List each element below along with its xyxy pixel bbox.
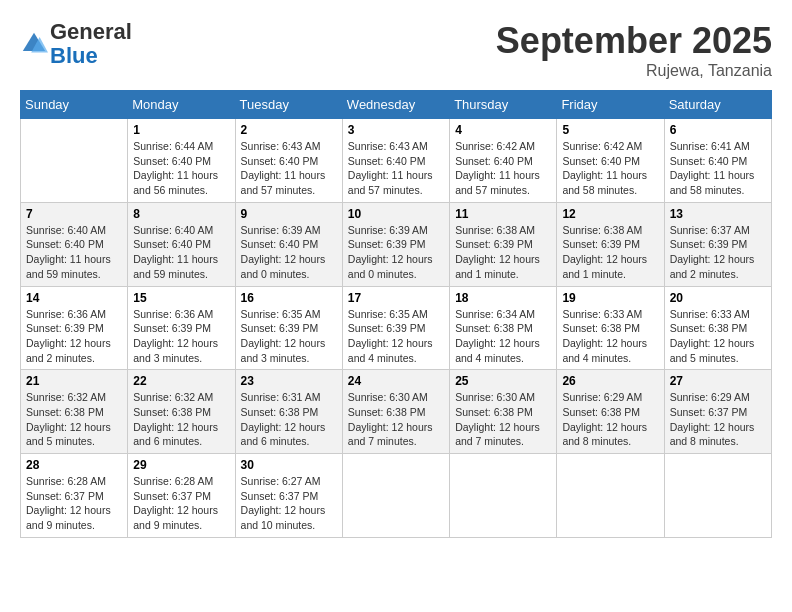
day-number: 17: [348, 291, 444, 305]
logo-general: General: [50, 19, 132, 44]
day-number: 27: [670, 374, 766, 388]
day-number: 2: [241, 123, 337, 137]
calendar-week-2: 7Sunrise: 6:40 AM Sunset: 6:40 PM Daylig…: [21, 202, 772, 286]
day-number: 25: [455, 374, 551, 388]
header-day-wednesday: Wednesday: [342, 91, 449, 119]
day-number: 15: [133, 291, 229, 305]
day-info: Sunrise: 6:44 AM Sunset: 6:40 PM Dayligh…: [133, 139, 229, 198]
day-info: Sunrise: 6:31 AM Sunset: 6:38 PM Dayligh…: [241, 390, 337, 449]
calendar-cell: 11Sunrise: 6:38 AM Sunset: 6:39 PM Dayli…: [450, 202, 557, 286]
day-number: 3: [348, 123, 444, 137]
calendar-cell: [21, 119, 128, 203]
day-info: Sunrise: 6:39 AM Sunset: 6:39 PM Dayligh…: [348, 223, 444, 282]
day-info: Sunrise: 6:33 AM Sunset: 6:38 PM Dayligh…: [670, 307, 766, 366]
day-info: Sunrise: 6:32 AM Sunset: 6:38 PM Dayligh…: [26, 390, 122, 449]
calendar-cell: 19Sunrise: 6:33 AM Sunset: 6:38 PM Dayli…: [557, 286, 664, 370]
logo-blue: Blue: [50, 43, 98, 68]
day-number: 19: [562, 291, 658, 305]
calendar-cell: 20Sunrise: 6:33 AM Sunset: 6:38 PM Dayli…: [664, 286, 771, 370]
day-info: Sunrise: 6:39 AM Sunset: 6:40 PM Dayligh…: [241, 223, 337, 282]
day-number: 21: [26, 374, 122, 388]
location: Rujewa, Tanzania: [496, 62, 772, 80]
logo-icon: [20, 30, 48, 58]
day-number: 13: [670, 207, 766, 221]
day-number: 14: [26, 291, 122, 305]
day-number: 4: [455, 123, 551, 137]
calendar-cell: 15Sunrise: 6:36 AM Sunset: 6:39 PM Dayli…: [128, 286, 235, 370]
day-info: Sunrise: 6:43 AM Sunset: 6:40 PM Dayligh…: [348, 139, 444, 198]
day-number: 30: [241, 458, 337, 472]
day-info: Sunrise: 6:32 AM Sunset: 6:38 PM Dayligh…: [133, 390, 229, 449]
calendar-cell: 24Sunrise: 6:30 AM Sunset: 6:38 PM Dayli…: [342, 370, 449, 454]
day-info: Sunrise: 6:30 AM Sunset: 6:38 PM Dayligh…: [348, 390, 444, 449]
day-info: Sunrise: 6:35 AM Sunset: 6:39 PM Dayligh…: [348, 307, 444, 366]
day-number: 8: [133, 207, 229, 221]
calendar-cell: [664, 454, 771, 538]
day-number: 20: [670, 291, 766, 305]
calendar-cell: 10Sunrise: 6:39 AM Sunset: 6:39 PM Dayli…: [342, 202, 449, 286]
day-number: 12: [562, 207, 658, 221]
day-number: 10: [348, 207, 444, 221]
day-number: 24: [348, 374, 444, 388]
day-number: 28: [26, 458, 122, 472]
calendar-cell: 26Sunrise: 6:29 AM Sunset: 6:38 PM Dayli…: [557, 370, 664, 454]
calendar-week-4: 21Sunrise: 6:32 AM Sunset: 6:38 PM Dayli…: [21, 370, 772, 454]
calendar-cell: 1Sunrise: 6:44 AM Sunset: 6:40 PM Daylig…: [128, 119, 235, 203]
day-number: 26: [562, 374, 658, 388]
calendar-cell: 16Sunrise: 6:35 AM Sunset: 6:39 PM Dayli…: [235, 286, 342, 370]
day-info: Sunrise: 6:27 AM Sunset: 6:37 PM Dayligh…: [241, 474, 337, 533]
day-info: Sunrise: 6:29 AM Sunset: 6:37 PM Dayligh…: [670, 390, 766, 449]
header-row: SundayMondayTuesdayWednesdayThursdayFrid…: [21, 91, 772, 119]
day-number: 6: [670, 123, 766, 137]
day-info: Sunrise: 6:33 AM Sunset: 6:38 PM Dayligh…: [562, 307, 658, 366]
day-number: 5: [562, 123, 658, 137]
logo: General Blue: [20, 20, 132, 68]
calendar-week-5: 28Sunrise: 6:28 AM Sunset: 6:37 PM Dayli…: [21, 454, 772, 538]
day-info: Sunrise: 6:38 AM Sunset: 6:39 PM Dayligh…: [562, 223, 658, 282]
calendar-cell: 9Sunrise: 6:39 AM Sunset: 6:40 PM Daylig…: [235, 202, 342, 286]
calendar-cell: 6Sunrise: 6:41 AM Sunset: 6:40 PM Daylig…: [664, 119, 771, 203]
title-block: September 2025 Rujewa, Tanzania: [496, 20, 772, 80]
day-info: Sunrise: 6:35 AM Sunset: 6:39 PM Dayligh…: [241, 307, 337, 366]
calendar-cell: 2Sunrise: 6:43 AM Sunset: 6:40 PM Daylig…: [235, 119, 342, 203]
calendar-cell: 17Sunrise: 6:35 AM Sunset: 6:39 PM Dayli…: [342, 286, 449, 370]
calendar-cell: 5Sunrise: 6:42 AM Sunset: 6:40 PM Daylig…: [557, 119, 664, 203]
day-info: Sunrise: 6:28 AM Sunset: 6:37 PM Dayligh…: [26, 474, 122, 533]
calendar-header: SundayMondayTuesdayWednesdayThursdayFrid…: [21, 91, 772, 119]
calendar-cell: 25Sunrise: 6:30 AM Sunset: 6:38 PM Dayli…: [450, 370, 557, 454]
calendar-cell: 13Sunrise: 6:37 AM Sunset: 6:39 PM Dayli…: [664, 202, 771, 286]
day-number: 11: [455, 207, 551, 221]
day-number: 23: [241, 374, 337, 388]
calendar-cell: 18Sunrise: 6:34 AM Sunset: 6:38 PM Dayli…: [450, 286, 557, 370]
day-number: 16: [241, 291, 337, 305]
calendar-cell: 28Sunrise: 6:28 AM Sunset: 6:37 PM Dayli…: [21, 454, 128, 538]
day-info: Sunrise: 6:29 AM Sunset: 6:38 PM Dayligh…: [562, 390, 658, 449]
day-number: 29: [133, 458, 229, 472]
calendar-cell: 7Sunrise: 6:40 AM Sunset: 6:40 PM Daylig…: [21, 202, 128, 286]
day-info: Sunrise: 6:40 AM Sunset: 6:40 PM Dayligh…: [26, 223, 122, 282]
day-info: Sunrise: 6:36 AM Sunset: 6:39 PM Dayligh…: [133, 307, 229, 366]
calendar-cell: 22Sunrise: 6:32 AM Sunset: 6:38 PM Dayli…: [128, 370, 235, 454]
day-info: Sunrise: 6:42 AM Sunset: 6:40 PM Dayligh…: [455, 139, 551, 198]
calendar-cell: 14Sunrise: 6:36 AM Sunset: 6:39 PM Dayli…: [21, 286, 128, 370]
calendar-week-1: 1Sunrise: 6:44 AM Sunset: 6:40 PM Daylig…: [21, 119, 772, 203]
calendar-cell: 3Sunrise: 6:43 AM Sunset: 6:40 PM Daylig…: [342, 119, 449, 203]
calendar-cell: 29Sunrise: 6:28 AM Sunset: 6:37 PM Dayli…: [128, 454, 235, 538]
day-number: 22: [133, 374, 229, 388]
day-info: Sunrise: 6:43 AM Sunset: 6:40 PM Dayligh…: [241, 139, 337, 198]
day-info: Sunrise: 6:41 AM Sunset: 6:40 PM Dayligh…: [670, 139, 766, 198]
page-header: General Blue September 2025 Rujewa, Tanz…: [20, 20, 772, 80]
logo-text: General Blue: [50, 20, 132, 68]
header-day-friday: Friday: [557, 91, 664, 119]
day-number: 18: [455, 291, 551, 305]
header-day-thursday: Thursday: [450, 91, 557, 119]
day-info: Sunrise: 6:34 AM Sunset: 6:38 PM Dayligh…: [455, 307, 551, 366]
calendar-table: SundayMondayTuesdayWednesdayThursdayFrid…: [20, 90, 772, 538]
day-info: Sunrise: 6:28 AM Sunset: 6:37 PM Dayligh…: [133, 474, 229, 533]
calendar-cell: 4Sunrise: 6:42 AM Sunset: 6:40 PM Daylig…: [450, 119, 557, 203]
calendar-cell: 23Sunrise: 6:31 AM Sunset: 6:38 PM Dayli…: [235, 370, 342, 454]
calendar-cell: [450, 454, 557, 538]
day-info: Sunrise: 6:40 AM Sunset: 6:40 PM Dayligh…: [133, 223, 229, 282]
day-info: Sunrise: 6:42 AM Sunset: 6:40 PM Dayligh…: [562, 139, 658, 198]
calendar-cell: 27Sunrise: 6:29 AM Sunset: 6:37 PM Dayli…: [664, 370, 771, 454]
